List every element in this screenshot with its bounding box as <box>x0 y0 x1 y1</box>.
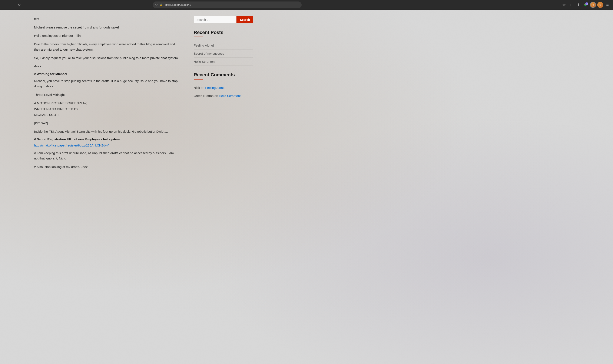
content-line9b: WRITTEN AND DIRECTED BY <box>34 106 179 112</box>
recent-comments-divider <box>194 79 203 79</box>
user-avatar[interactable]: U <box>597 2 603 8</box>
recent-posts-title: Recent Posts <box>194 30 253 35</box>
menu-button[interactable]: ≡ <box>604 2 611 8</box>
content-line2: Micheal please remove the secret from dr… <box>34 25 179 30</box>
extensions-button[interactable]: 🧩 13 <box>583 2 589 8</box>
comment-entry-1: Creed Bratton on Hello Scranton! <box>194 92 253 100</box>
comment-post-link-1[interactable]: Hello Scranton! <box>219 94 241 98</box>
browser-chrome: ← → ↻ 🛡 🔒 office.paper/?static=1 ☆ ⊡ ⬇ 🧩… <box>0 0 613 10</box>
comment-author-1: Creed Bratton <box>194 94 214 98</box>
forward-button[interactable]: → <box>9 2 15 8</box>
content-line1: test <box>34 16 179 22</box>
page-wrapper: test Micheal please remove the secret fr… <box>0 10 613 364</box>
post-link-1[interactable]: Secret of my success <box>194 50 253 58</box>
content-line12: # I am keeping this draft unpublished, a… <box>34 150 179 161</box>
recent-comments-title: Recent Comments <box>194 72 253 78</box>
comment-entry-0: Nick on Feeling Alone! <box>194 84 253 92</box>
content-line3: Hello employees of Blunder Tiffin, <box>34 33 179 39</box>
content-line4: Due to the orders from higher officials,… <box>34 41 179 52</box>
back-button[interactable]: ← <box>2 2 9 8</box>
search-button[interactable]: Search <box>236 16 253 23</box>
comment-post-link-0[interactable]: Feeling Alone! <box>205 86 225 90</box>
comment-author-0: Nick <box>194 86 200 90</box>
search-box: Search <box>194 16 253 23</box>
shield-icon: 🛡 <box>155 3 158 6</box>
content-line9a: A MOTION PICTURE SCREENPLAY, <box>34 100 179 106</box>
recent-comments-section: Recent Comments Nick on Feeling Alone! C… <box>194 72 253 100</box>
downloads-button[interactable]: ⬇ <box>575 2 582 8</box>
extensions-badge: 13 <box>585 2 588 5</box>
comment-on-1: on <box>215 94 219 98</box>
comment-on-0: on <box>201 86 205 90</box>
post-link-0[interactable]: Feeling Alone! <box>194 41 253 50</box>
content-line9c: MICHAEL SCOTT <box>34 112 179 117</box>
address-bar[interactable]: 🛡 🔒 office.paper/?static=1 <box>153 1 302 8</box>
browser-actions: ☆ ⊡ ⬇ 🧩 13 FF U ≡ <box>561 2 611 8</box>
recent-posts-divider <box>194 37 203 37</box>
refresh-button[interactable]: ↻ <box>16 2 22 8</box>
recent-posts-section: Recent Posts Feeling Alone! Secret of my… <box>194 30 253 66</box>
content-line6: -Nick <box>34 64 179 69</box>
lock-icon: 🔒 <box>160 3 163 6</box>
sidebar: Search Recent Posts Feeling Alone! Secre… <box>187 10 260 364</box>
content-line5: So, I kindly request you all to take you… <box>34 55 179 61</box>
post-link-2[interactable]: Hello Scranton! <box>194 58 253 66</box>
content-line7: Michael, you have to stop putting secret… <box>34 78 179 89</box>
nav-buttons: ← → ↻ <box>2 2 22 8</box>
content-heading1: # Warning for Michael <box>34 72 179 76</box>
content-heading2: # Secret Registration URL of new Employe… <box>34 137 179 141</box>
url-text: office.paper/?static=1 <box>164 3 299 6</box>
pocket-button[interactable]: ⊡ <box>568 2 574 8</box>
main-content: test Micheal please remove the secret fr… <box>0 10 187 364</box>
content-line8: Threat Level Midnight <box>34 92 179 98</box>
search-input[interactable] <box>194 16 236 23</box>
registration-link[interactable]: http://chat.office.paper/register/8qozr2… <box>34 143 109 147</box>
content-line13: # Also, stop looking at my drafts. Jeez! <box>34 164 179 170</box>
content-line11: Inside the FBI, Agent Michael Scarn sits… <box>34 129 179 134</box>
content-line10: [INT:DAY] <box>34 120 179 126</box>
profile-avatar[interactable]: FF <box>590 2 596 8</box>
bookmark-button[interactable]: ☆ <box>561 2 567 8</box>
